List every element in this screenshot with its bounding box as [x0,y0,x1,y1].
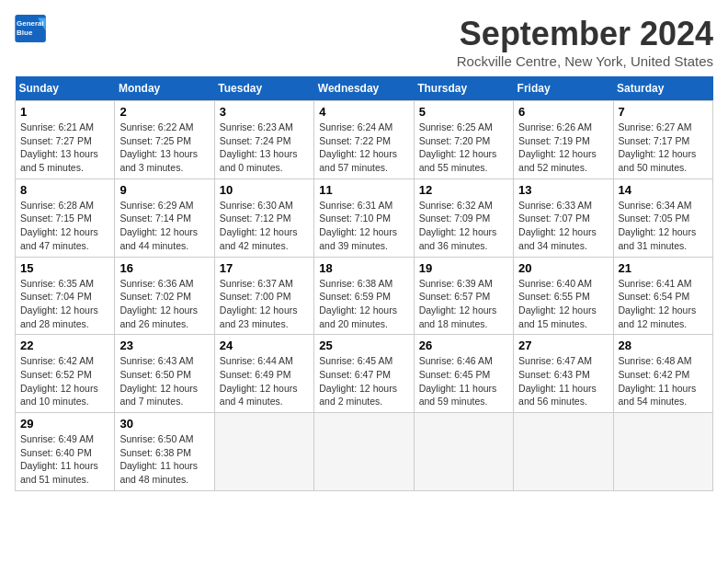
day-number: 27 [518,339,608,352]
table-row: 17 Sunrise: 6:37 AM Sunset: 7:00 PM Dayl… [214,257,313,335]
calendar-row: 22 Sunrise: 6:42 AM Sunset: 6:52 PM Dayl… [16,335,713,413]
day-number: 16 [119,261,209,275]
day-number: 8 [20,183,109,197]
day-number: 20 [518,261,608,275]
calendar-row: 15 Sunrise: 6:35 AM Sunset: 7:04 PM Dayl… [16,257,713,335]
day-number: 12 [419,183,508,197]
table-row: 18 Sunrise: 6:38 AM Sunset: 6:59 PM Dayl… [314,257,414,335]
calendar-row: 1 Sunrise: 6:21 AM Sunset: 7:27 PM Dayli… [16,101,713,179]
table-row [613,413,712,491]
table-row [314,413,414,491]
day-number: 10 [220,183,309,197]
day-number: 15 [20,261,109,275]
day-number: 2 [119,105,209,119]
cell-content: Sunrise: 6:33 AM Sunset: 7:07 PM Dayligh… [518,200,597,251]
day-number: 13 [518,183,608,197]
day-number: 4 [319,105,408,119]
cell-content: Sunrise: 6:38 AM Sunset: 6:59 PM Dayligh… [319,278,397,329]
col-monday: Monday [115,76,214,101]
table-row: 23 Sunrise: 6:43 AM Sunset: 6:50 PM Dayl… [115,335,214,413]
day-number: 23 [119,339,209,352]
day-number: 11 [319,183,408,197]
table-row: 21 Sunrise: 6:41 AM Sunset: 6:54 PM Dayl… [613,257,712,335]
table-row [514,413,613,491]
cell-content: Sunrise: 6:25 AM Sunset: 7:20 PM Dayligh… [419,121,497,173]
table-row: 3 Sunrise: 6:23 AM Sunset: 7:24 PM Dayli… [214,101,313,179]
table-row: 13 Sunrise: 6:33 AM Sunset: 7:07 PM Dayl… [514,178,613,257]
table-row: 27 Sunrise: 6:47 AM Sunset: 6:43 PM Dayl… [514,335,613,413]
table-row [214,413,313,491]
table-row: 5 Sunrise: 6:25 AM Sunset: 7:20 PM Dayli… [414,101,513,179]
cell-content: Sunrise: 6:31 AM Sunset: 7:10 PM Dayligh… [319,200,397,251]
cell-content: Sunrise: 6:37 AM Sunset: 7:00 PM Dayligh… [220,278,298,329]
cell-content: Sunrise: 6:47 AM Sunset: 6:43 PM Dayligh… [518,355,597,407]
table-row: 26 Sunrise: 6:46 AM Sunset: 6:45 PM Dayl… [414,335,513,413]
day-number: 5 [419,105,508,119]
col-wednesday: Wednesday [314,76,414,101]
location: Rockville Centre, New York, United State… [457,53,713,69]
cell-content: Sunrise: 6:50 AM Sunset: 6:38 PM Dayligh… [119,433,198,485]
table-row: 6 Sunrise: 6:26 AM Sunset: 7:19 PM Dayli… [514,101,613,179]
col-friday: Friday [514,76,613,101]
cell-content: Sunrise: 6:32 AM Sunset: 7:09 PM Dayligh… [419,200,497,251]
day-number: 19 [419,261,508,275]
cell-content: Sunrise: 6:28 AM Sunset: 7:15 PM Dayligh… [20,200,98,251]
table-row: 28 Sunrise: 6:48 AM Sunset: 6:42 PM Dayl… [613,335,712,413]
page-header: General Blue September 2024 Rockville Ce… [15,15,713,69]
day-number: 7 [619,105,708,119]
table-row: 2 Sunrise: 6:22 AM Sunset: 7:25 PM Dayli… [115,101,214,179]
col-tuesday: Tuesday [214,76,313,101]
day-number: 1 [20,105,109,119]
day-number: 3 [220,105,309,119]
calendar-header-row: Sunday Monday Tuesday Wednesday Thursday… [16,76,713,101]
cell-content: Sunrise: 6:24 AM Sunset: 7:22 PM Dayligh… [319,121,397,173]
table-row: 30 Sunrise: 6:50 AM Sunset: 6:38 PM Dayl… [115,413,214,491]
svg-text:General: General [17,19,44,28]
month-title: September 2024 [457,15,713,53]
table-row: 12 Sunrise: 6:32 AM Sunset: 7:09 PM Dayl… [414,178,513,257]
table-row: 25 Sunrise: 6:45 AM Sunset: 6:47 PM Dayl… [314,335,414,413]
table-row: 15 Sunrise: 6:35 AM Sunset: 7:04 PM Dayl… [16,257,115,335]
title-block: September 2024 Rockville Centre, New Yor… [457,15,713,69]
cell-content: Sunrise: 6:30 AM Sunset: 7:12 PM Dayligh… [220,200,298,251]
cell-content: Sunrise: 6:36 AM Sunset: 7:02 PM Dayligh… [119,278,198,329]
day-number: 14 [619,183,708,197]
table-row: 29 Sunrise: 6:49 AM Sunset: 6:40 PM Dayl… [16,413,115,491]
table-row: 4 Sunrise: 6:24 AM Sunset: 7:22 PM Dayli… [314,101,414,179]
cell-content: Sunrise: 6:49 AM Sunset: 6:40 PM Dayligh… [20,433,98,485]
col-thursday: Thursday [414,76,513,101]
cell-content: Sunrise: 6:42 AM Sunset: 6:52 PM Dayligh… [20,355,98,407]
logo-icon: General Blue [15,15,48,42]
table-row: 24 Sunrise: 6:44 AM Sunset: 6:49 PM Dayl… [214,335,313,413]
table-row: 22 Sunrise: 6:42 AM Sunset: 6:52 PM Dayl… [16,335,115,413]
table-row: 7 Sunrise: 6:27 AM Sunset: 7:17 PM Dayli… [613,101,712,179]
cell-content: Sunrise: 6:29 AM Sunset: 7:14 PM Dayligh… [119,200,198,251]
day-number: 30 [119,417,209,431]
table-row: 1 Sunrise: 6:21 AM Sunset: 7:27 PM Dayli… [16,101,115,179]
cell-content: Sunrise: 6:22 AM Sunset: 7:25 PM Dayligh… [119,121,198,173]
table-row: 10 Sunrise: 6:30 AM Sunset: 7:12 PM Dayl… [214,178,313,257]
cell-content: Sunrise: 6:48 AM Sunset: 6:42 PM Dayligh… [619,355,697,407]
cell-content: Sunrise: 6:21 AM Sunset: 7:27 PM Dayligh… [20,121,98,173]
table-row [414,413,513,491]
day-number: 18 [319,261,408,275]
day-number: 29 [20,417,109,431]
svg-text:Blue: Blue [17,29,33,37]
cell-content: Sunrise: 6:45 AM Sunset: 6:47 PM Dayligh… [319,355,397,407]
table-row: 19 Sunrise: 6:39 AM Sunset: 6:57 PM Dayl… [414,257,513,335]
table-row: 9 Sunrise: 6:29 AM Sunset: 7:14 PM Dayli… [115,178,214,257]
table-row: 11 Sunrise: 6:31 AM Sunset: 7:10 PM Dayl… [314,178,414,257]
cell-content: Sunrise: 6:41 AM Sunset: 6:54 PM Dayligh… [619,278,697,329]
day-number: 25 [319,339,408,352]
col-sunday: Sunday [16,76,115,101]
cell-content: Sunrise: 6:39 AM Sunset: 6:57 PM Dayligh… [419,278,497,329]
cell-content: Sunrise: 6:40 AM Sunset: 6:55 PM Dayligh… [518,278,597,329]
day-number: 26 [419,339,508,352]
table-row: 8 Sunrise: 6:28 AM Sunset: 7:15 PM Dayli… [16,178,115,257]
day-number: 9 [119,183,209,197]
day-number: 21 [619,261,708,275]
cell-content: Sunrise: 6:34 AM Sunset: 7:05 PM Dayligh… [619,200,697,251]
day-number: 24 [220,339,309,352]
cell-content: Sunrise: 6:46 AM Sunset: 6:45 PM Dayligh… [419,355,497,407]
cell-content: Sunrise: 6:23 AM Sunset: 7:24 PM Dayligh… [220,121,298,173]
